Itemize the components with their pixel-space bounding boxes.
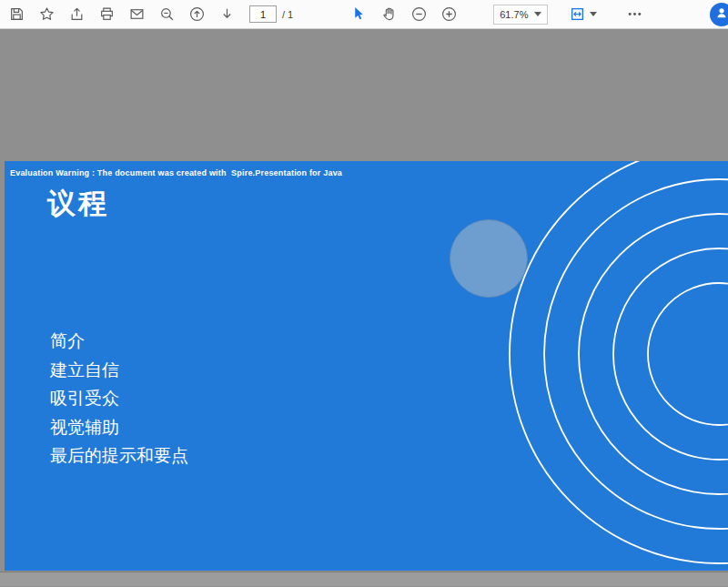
previous-view-button[interactable]	[187, 4, 206, 25]
page-fit-icon	[570, 6, 585, 22]
document-canvas: Evaluation Warning : The document was cr…	[0, 29, 728, 586]
zoom-out-icon	[411, 6, 427, 22]
share-icon	[69, 6, 85, 22]
email-button[interactable]	[127, 4, 146, 25]
marquee-zoom-icon	[159, 6, 175, 22]
page-number-input[interactable]	[249, 5, 277, 23]
zoom-level-dropdown[interactable]: 61.7%	[493, 5, 548, 25]
select-tool-button[interactable]	[349, 4, 368, 25]
mail-icon	[129, 6, 145, 22]
star-icon	[39, 6, 55, 22]
save-icon	[9, 6, 25, 22]
print-button[interactable]	[97, 4, 116, 25]
agenda-item: 简介	[50, 327, 188, 356]
bottom-gutter	[0, 572, 728, 586]
next-page-button[interactable]	[217, 4, 236, 25]
zoom-in-button[interactable]	[440, 4, 458, 25]
agenda-list: 简介 建立自信 吸引受众 视觉辅助 最后的提示和要点	[50, 327, 188, 471]
pdf-page: Evaluation Warning : The document was cr…	[5, 161, 728, 571]
agenda-item: 建立自信	[50, 356, 188, 385]
slide-title: 议程	[47, 185, 109, 223]
evaluation-warning-text: Evaluation Warning : The document was cr…	[10, 168, 342, 177]
chevron-down-icon	[590, 12, 597, 16]
share-button[interactable]	[67, 4, 86, 25]
page-navigation: / 1	[249, 5, 293, 23]
more-options-icon	[627, 6, 642, 22]
page-fit-button[interactable]	[568, 4, 586, 25]
zoom-out-button[interactable]	[410, 4, 428, 25]
agenda-item: 视觉辅助	[50, 413, 188, 442]
print-icon	[99, 6, 115, 22]
hand-tool-button[interactable]	[379, 4, 398, 25]
hand-tool-icon	[381, 6, 397, 22]
page-up-icon	[189, 6, 205, 22]
chevron-down-icon	[534, 12, 541, 16]
select-tool-icon	[351, 6, 367, 22]
save-button[interactable]	[7, 4, 25, 25]
page-down-icon	[219, 6, 235, 22]
toolbar: / 1 61.7%	[0, 0, 728, 29]
more-options-button[interactable]	[624, 4, 644, 25]
account-button[interactable]	[710, 3, 728, 26]
tool-group	[349, 4, 470, 25]
accent-circle-shape	[450, 219, 528, 298]
page-display-dropdown[interactable]	[568, 4, 597, 25]
page-total-label: / 1	[282, 9, 293, 20]
file-actions-group	[7, 4, 248, 25]
zoom-level-value: 61.7%	[500, 9, 528, 20]
zoom-in-icon	[441, 6, 457, 22]
agenda-item: 最后的提示和要点	[50, 441, 188, 471]
marquee-zoom-button[interactable]	[157, 4, 176, 25]
agenda-item: 吸引受众	[50, 384, 188, 413]
account-icon	[714, 5, 728, 24]
favorite-button[interactable]	[37, 4, 56, 25]
